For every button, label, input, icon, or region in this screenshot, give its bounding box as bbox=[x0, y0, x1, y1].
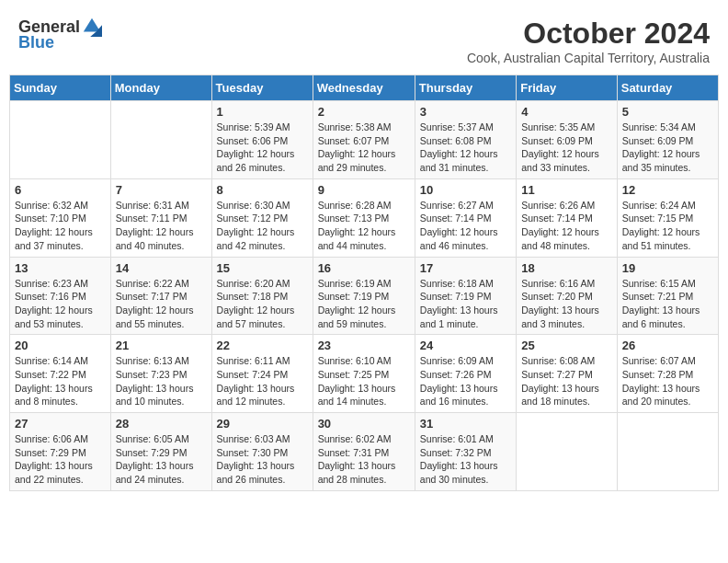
day-info: Sunrise: 5:34 AM Sunset: 6:09 PM Dayligh… bbox=[622, 121, 713, 175]
day-number: 26 bbox=[622, 339, 713, 352]
day-info: Sunrise: 6:15 AM Sunset: 7:21 PM Dayligh… bbox=[622, 277, 713, 331]
day-number: 10 bbox=[420, 183, 511, 197]
calendar-cell: 14Sunrise: 6:22 AM Sunset: 7:17 PM Dayli… bbox=[110, 257, 211, 335]
day-number: 11 bbox=[521, 183, 612, 197]
calendar-cell: 21Sunrise: 6:13 AM Sunset: 7:23 PM Dayli… bbox=[110, 335, 211, 413]
day-info: Sunrise: 5:39 AM Sunset: 6:06 PM Dayligh… bbox=[217, 121, 308, 175]
calendar-week-row: 6Sunrise: 6:32 AM Sunset: 7:10 PM Daylig… bbox=[10, 178, 719, 257]
day-number: 7 bbox=[116, 183, 207, 197]
day-info: Sunrise: 6:23 AM Sunset: 7:16 PM Dayligh… bbox=[15, 277, 106, 331]
month-title: October 2024 bbox=[467, 17, 710, 51]
day-info: Sunrise: 6:32 AM Sunset: 7:10 PM Dayligh… bbox=[15, 199, 106, 253]
calendar-cell bbox=[517, 413, 618, 491]
calendar-cell bbox=[617, 413, 718, 491]
calendar-cell: 25Sunrise: 6:08 AM Sunset: 7:27 PM Dayli… bbox=[517, 335, 618, 413]
location-text: Cook, Australian Capital Territory, Aust… bbox=[467, 51, 710, 65]
day-number: 2 bbox=[318, 105, 410, 119]
calendar-table: SundayMondayTuesdayWednesdayThursdayFrid… bbox=[9, 75, 719, 491]
day-info: Sunrise: 6:13 AM Sunset: 7:23 PM Dayligh… bbox=[116, 354, 207, 408]
calendar-cell: 18Sunrise: 6:16 AM Sunset: 7:20 PM Dayli… bbox=[517, 257, 618, 335]
calendar-cell bbox=[10, 101, 111, 179]
svg-marker-0 bbox=[84, 18, 100, 32]
day-info: Sunrise: 6:08 AM Sunset: 7:27 PM Dayligh… bbox=[521, 354, 612, 408]
day-header-monday: Monday bbox=[110, 75, 211, 101]
calendar-cell: 8Sunrise: 6:30 AM Sunset: 7:12 PM Daylig… bbox=[211, 178, 313, 257]
calendar-cell: 22Sunrise: 6:11 AM Sunset: 7:24 PM Dayli… bbox=[211, 335, 313, 413]
calendar-week-row: 20Sunrise: 6:14 AM Sunset: 7:22 PM Dayli… bbox=[10, 335, 719, 413]
calendar-cell: 26Sunrise: 6:07 AM Sunset: 7:28 PM Dayli… bbox=[617, 335, 718, 413]
day-number: 9 bbox=[318, 183, 410, 197]
calendar-cell: 24Sunrise: 6:09 AM Sunset: 7:26 PM Dayli… bbox=[415, 335, 516, 413]
day-info: Sunrise: 6:07 AM Sunset: 7:28 PM Dayligh… bbox=[622, 354, 713, 408]
day-info: Sunrise: 6:20 AM Sunset: 7:18 PM Dayligh… bbox=[217, 277, 308, 331]
calendar-cell: 30Sunrise: 6:02 AM Sunset: 7:31 PM Dayli… bbox=[313, 413, 415, 491]
day-number: 4 bbox=[521, 105, 612, 119]
day-info: Sunrise: 6:10 AM Sunset: 7:25 PM Dayligh… bbox=[318, 354, 410, 408]
day-header-tuesday: Tuesday bbox=[211, 75, 313, 101]
day-number: 29 bbox=[217, 417, 308, 431]
calendar-cell: 7Sunrise: 6:31 AM Sunset: 7:11 PM Daylig… bbox=[110, 178, 211, 257]
day-info: Sunrise: 6:22 AM Sunset: 7:17 PM Dayligh… bbox=[116, 277, 207, 331]
logo-icon bbox=[82, 17, 102, 37]
logo-blue-text: Blue bbox=[18, 33, 54, 52]
day-number: 25 bbox=[521, 339, 612, 352]
day-info: Sunrise: 6:06 AM Sunset: 7:29 PM Dayligh… bbox=[15, 432, 106, 487]
day-number: 21 bbox=[116, 339, 207, 352]
calendar-cell: 31Sunrise: 6:01 AM Sunset: 7:32 PM Dayli… bbox=[415, 413, 516, 491]
day-header-sunday: Sunday bbox=[10, 75, 111, 101]
calendar-cell: 5Sunrise: 5:34 AM Sunset: 6:09 PM Daylig… bbox=[617, 101, 718, 179]
title-section: October 2024 Cook, Australian Capital Te… bbox=[467, 17, 710, 65]
calendar-cell: 4Sunrise: 5:35 AM Sunset: 6:09 PM Daylig… bbox=[517, 101, 618, 179]
day-info: Sunrise: 6:26 AM Sunset: 7:14 PM Dayligh… bbox=[521, 199, 612, 253]
day-header-saturday: Saturday bbox=[617, 75, 718, 101]
day-info: Sunrise: 6:19 AM Sunset: 7:19 PM Dayligh… bbox=[318, 277, 410, 331]
calendar-cell: 28Sunrise: 6:05 AM Sunset: 7:29 PM Dayli… bbox=[110, 413, 211, 491]
day-info: Sunrise: 6:16 AM Sunset: 7:20 PM Dayligh… bbox=[521, 277, 612, 331]
page-header: General Blue October 2024 Cook, Australi… bbox=[9, 9, 719, 69]
calendar-cell: 12Sunrise: 6:24 AM Sunset: 7:15 PM Dayli… bbox=[617, 178, 718, 257]
day-number: 5 bbox=[622, 105, 713, 119]
day-number: 31 bbox=[420, 417, 511, 431]
calendar-cell: 9Sunrise: 6:28 AM Sunset: 7:13 PM Daylig… bbox=[313, 178, 415, 257]
calendar-cell: 10Sunrise: 6:27 AM Sunset: 7:14 PM Dayli… bbox=[415, 178, 516, 257]
calendar-cell: 20Sunrise: 6:14 AM Sunset: 7:22 PM Dayli… bbox=[10, 335, 111, 413]
calendar-cell: 15Sunrise: 6:20 AM Sunset: 7:18 PM Dayli… bbox=[211, 257, 313, 335]
day-info: Sunrise: 6:28 AM Sunset: 7:13 PM Dayligh… bbox=[318, 199, 410, 253]
day-number: 30 bbox=[318, 417, 410, 431]
calendar-week-row: 27Sunrise: 6:06 AM Sunset: 7:29 PM Dayli… bbox=[10, 413, 719, 491]
calendar-week-row: 13Sunrise: 6:23 AM Sunset: 7:16 PM Dayli… bbox=[10, 257, 719, 335]
day-info: Sunrise: 6:18 AM Sunset: 7:19 PM Dayligh… bbox=[420, 277, 511, 331]
day-info: Sunrise: 5:35 AM Sunset: 6:09 PM Dayligh… bbox=[521, 121, 612, 175]
day-info: Sunrise: 6:02 AM Sunset: 7:31 PM Dayligh… bbox=[318, 432, 410, 487]
calendar-cell: 3Sunrise: 5:37 AM Sunset: 6:08 PM Daylig… bbox=[415, 101, 516, 179]
day-header-friday: Friday bbox=[517, 75, 618, 101]
calendar-header-row: SundayMondayTuesdayWednesdayThursdayFrid… bbox=[10, 75, 719, 101]
calendar-cell: 13Sunrise: 6:23 AM Sunset: 7:16 PM Dayli… bbox=[10, 257, 111, 335]
calendar-cell: 19Sunrise: 6:15 AM Sunset: 7:21 PM Dayli… bbox=[617, 257, 718, 335]
day-header-wednesday: Wednesday bbox=[313, 75, 415, 101]
calendar-cell: 29Sunrise: 6:03 AM Sunset: 7:30 PM Dayli… bbox=[211, 413, 313, 491]
day-number: 28 bbox=[116, 417, 207, 431]
day-number: 8 bbox=[217, 183, 308, 197]
day-info: Sunrise: 6:05 AM Sunset: 7:29 PM Dayligh… bbox=[116, 432, 207, 487]
day-number: 17 bbox=[420, 261, 511, 275]
day-info: Sunrise: 6:31 AM Sunset: 7:11 PM Dayligh… bbox=[116, 199, 207, 253]
day-number: 12 bbox=[622, 183, 713, 197]
day-number: 13 bbox=[15, 261, 106, 275]
calendar-cell: 2Sunrise: 5:38 AM Sunset: 6:07 PM Daylig… bbox=[313, 101, 415, 179]
day-info: Sunrise: 6:14 AM Sunset: 7:22 PM Dayligh… bbox=[15, 354, 106, 408]
day-header-thursday: Thursday bbox=[415, 75, 516, 101]
day-number: 16 bbox=[318, 261, 410, 275]
calendar-cell: 16Sunrise: 6:19 AM Sunset: 7:19 PM Dayli… bbox=[313, 257, 415, 335]
day-info: Sunrise: 5:38 AM Sunset: 6:07 PM Dayligh… bbox=[318, 121, 410, 175]
day-number: 3 bbox=[420, 105, 511, 119]
day-info: Sunrise: 6:11 AM Sunset: 7:24 PM Dayligh… bbox=[217, 354, 308, 408]
day-number: 19 bbox=[622, 261, 713, 275]
day-info: Sunrise: 6:30 AM Sunset: 7:12 PM Dayligh… bbox=[217, 199, 308, 253]
calendar-cell: 11Sunrise: 6:26 AM Sunset: 7:14 PM Dayli… bbox=[517, 178, 618, 257]
calendar-cell: 17Sunrise: 6:18 AM Sunset: 7:19 PM Dayli… bbox=[415, 257, 516, 335]
day-number: 14 bbox=[116, 261, 207, 275]
calendar-week-row: 1Sunrise: 5:39 AM Sunset: 6:06 PM Daylig… bbox=[10, 101, 719, 179]
day-info: Sunrise: 6:27 AM Sunset: 7:14 PM Dayligh… bbox=[420, 199, 511, 253]
calendar-cell bbox=[110, 101, 211, 179]
